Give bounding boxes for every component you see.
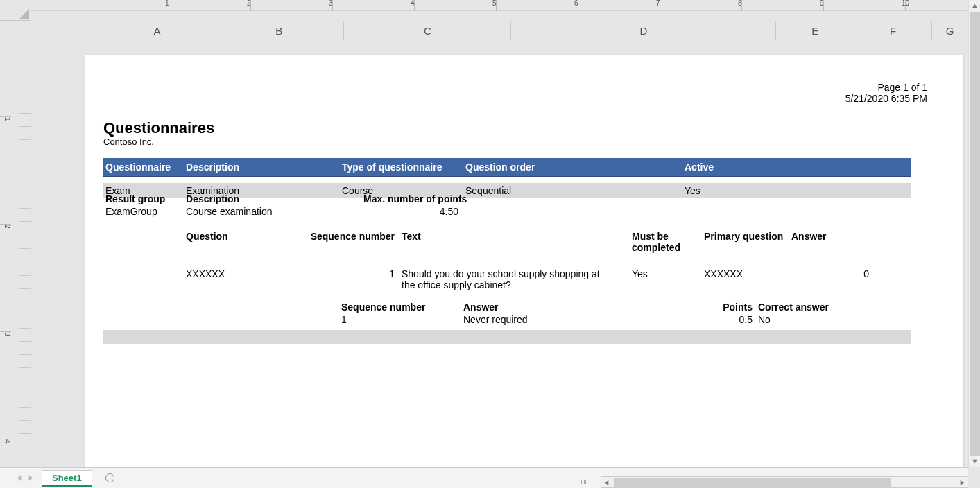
scroll-up-arrow-icon[interactable] [969, 0, 980, 12]
column-header[interactable]: D [511, 21, 776, 40]
td-rg-description: Course examination [183, 206, 361, 217]
vertical-ruler: 1234 [0, 40, 14, 467]
column-header[interactable]: F [854, 21, 932, 40]
grid-area[interactable]: Page 1 of 1 5/21/2020 6:35 PM Questionna… [31, 40, 968, 467]
td-correct: No [755, 314, 845, 325]
column-header[interactable]: C [344, 21, 511, 40]
question-section: Question Sequence number Text Must be co… [103, 231, 946, 290]
svg-marker-0 [19, 9, 29, 19]
th-questionnaire: Questionnaire [103, 162, 183, 173]
td-max-points: 4.50 [361, 206, 461, 217]
hscroll-thumb[interactable] [614, 478, 891, 488]
th-points: Points [719, 302, 755, 313]
add-sheet-button[interactable] [101, 469, 120, 488]
column-header[interactable]: A [101, 21, 214, 40]
page-number: Page 1 of 1 [845, 82, 927, 93]
th-max-points: Max. number of points [361, 193, 479, 204]
report-title: Questionnaires [103, 119, 214, 137]
svg-marker-4 [29, 475, 33, 481]
th-rg-description: Description [183, 193, 361, 204]
column-header[interactable]: B [214, 21, 344, 40]
td-must-complete: Yes [629, 268, 701, 290]
th-text: Text [399, 231, 614, 253]
svg-marker-1 [972, 4, 977, 8]
horizontal-scrollbar[interactable] [601, 476, 968, 488]
svg-marker-8 [605, 480, 608, 485]
sheet-tab[interactable]: Sheet1 [42, 470, 92, 487]
td-seq2: 1 [338, 314, 461, 325]
answer-section: Sequence number Answer Points Correct an… [103, 302, 911, 325]
select-all-cell[interactable] [0, 0, 31, 21]
th-active: Active [682, 162, 765, 173]
th-answer2: Answer [461, 302, 719, 313]
result-group-section: Result group Description Max. number of … [103, 193, 911, 217]
grey-footer-bar [103, 330, 911, 344]
td-text: Should you do your school supply shoppin… [399, 268, 614, 290]
scroll-down-arrow-icon[interactable] [969, 455, 980, 467]
svg-marker-3 [17, 475, 21, 481]
row-headers: 12345678910111213141516171819202122 [14, 40, 31, 467]
scroll-right-arrow-icon[interactable] [956, 477, 968, 488]
th-must-complete: Must be completed [629, 231, 701, 253]
th-correct: Correct answer [755, 302, 845, 313]
vertical-scrollbar[interactable] [968, 0, 980, 467]
column-header[interactable]: G [932, 21, 968, 40]
tab-scroll-splitter[interactable] [581, 480, 594, 484]
sheet-tab-bar: Sheet1 [0, 467, 968, 488]
scroll-left-arrow-icon[interactable] [601, 477, 613, 488]
column-headers: ABCDEFG [31, 11, 968, 40]
td-question: XXXXXX [183, 268, 264, 290]
print-page: Page 1 of 1 5/21/2020 6:35 PM Questionna… [85, 55, 963, 467]
column-header[interactable]: E [776, 21, 854, 40]
td-answer: 0 [789, 268, 872, 290]
questionnaire-table: Questionnaire Description Type of questi… [103, 158, 911, 198]
svg-marker-2 [972, 460, 977, 463]
vscroll-thumb[interactable] [970, 12, 980, 456]
th-question: Question [183, 231, 264, 253]
report-company: Contoso Inc. [103, 137, 154, 147]
horizontal-ruler: 1234567891011 [31, 0, 968, 11]
svg-marker-9 [961, 480, 964, 485]
tab-nav[interactable] [10, 468, 40, 489]
th-seq: Sequence number [277, 231, 397, 253]
th-seq2: Sequence number [338, 302, 461, 313]
th-result-group: Result group [103, 193, 183, 204]
sheet-tab-label: Sheet1 [52, 473, 82, 483]
td-primary: XXXXXX [701, 268, 789, 290]
td-answer2: Never required [461, 314, 719, 325]
th-type: Type of questionnaire [339, 162, 463, 173]
td-result-group: ExamGroup [103, 206, 183, 217]
th-primary: Primary question [701, 231, 789, 253]
th-order: Question order [463, 162, 682, 173]
page-timestamp: 5/21/2020 6:35 PM [845, 93, 927, 104]
th-description: Description [183, 162, 339, 173]
td-seq: 1 [277, 268, 397, 290]
td-points: 0.5 [719, 314, 755, 325]
th-answer: Answer [789, 231, 872, 253]
